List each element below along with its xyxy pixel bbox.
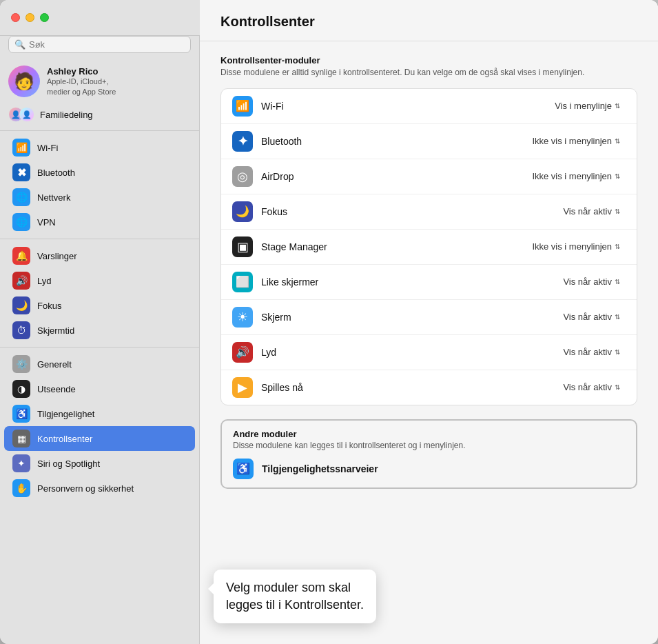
sidebar-item-lyd-label: Lyd — [37, 276, 51, 286]
sidebar-item-generelt-label: Generelt — [37, 359, 72, 370]
module-skjerm-dropdown[interactable]: Vis når aktiv ⇅ — [557, 310, 626, 324]
module-wifi-dropdown[interactable]: Vis i menylinje ⇅ — [549, 99, 626, 113]
minimize-button[interactable] — [25, 13, 34, 22]
module-spilles-na-value: Vis når aktiv — [563, 382, 612, 392]
varslinger-icon: 🔔 — [12, 247, 30, 265]
sidebar-item-utseende-label: Utseende — [37, 384, 76, 394]
module-bluetooth-value: Ikke vis i menylinjen — [532, 136, 612, 146]
sidebar-item-fokus[interactable]: 🌙 Fokus — [4, 293, 195, 318]
nettverk-icon: 🌐 — [12, 188, 30, 206]
module-lyd-icon: 🔊 — [232, 342, 253, 363]
generelt-icon: ⚙️ — [12, 355, 30, 373]
module-spilles-na-name: Spilles nå — [261, 382, 549, 393]
module-row-skjerm: ☀ Skjerm Vis når aktiv ⇅ — [221, 300, 637, 335]
sidebar-item-personvern[interactable]: ✋ Personvern og sikkerhet — [4, 476, 195, 501]
sidebar-item-kontrollsenter-label: Kontrollsenter — [37, 434, 92, 444]
divider-3 — [0, 347, 199, 348]
chevron-updown-icon: ⇅ — [615, 102, 620, 110]
sidebar-item-wifi-label: Wi-Fi — [37, 143, 58, 153]
family-sharing-row[interactable]: 👤 👤 Familiedeling — [0, 103, 199, 126]
module-airdrop-dropdown[interactable]: Ikke vis i menylinjen ⇅ — [526, 169, 626, 183]
user-profile[interactable]: 🧑 Ashley Rico Apple-ID, iCloud+,medier o… — [0, 60, 199, 103]
sidebar-item-vpn-label: VPN — [37, 217, 56, 228]
module-wifi-value: Vis i menylinje — [555, 101, 612, 111]
search-icon: 🔍 — [14, 39, 25, 50]
tilgjengelighet-icon: ♿ — [12, 405, 30, 423]
sidebar-item-vpn[interactable]: 🌐 VPN — [4, 210, 195, 234]
andre-moduler-section: Andre moduler Disse modulene kan legges … — [200, 419, 658, 503]
module-stage-manager-dropdown[interactable]: Ikke vis i menylinjen ⇅ — [526, 239, 626, 254]
chevron-updown-skjerm-icon: ⇅ — [615, 313, 620, 321]
module-lyd-dropdown[interactable]: Vis når aktiv ⇅ — [557, 345, 626, 359]
sidebar-item-kontrollsenter[interactable]: ▦ Kontrollsenter — [4, 426, 195, 451]
module-skjerm-name: Skjerm — [261, 312, 549, 323]
sidebar-item-personvern-label: Personvern og sikkerhet — [37, 483, 134, 494]
module-list: 📶 Wi-Fi Vis i menylinje ⇅ ✦ Bluetooth Ik… — [220, 88, 637, 405]
sidebar-item-wifi[interactable]: 📶 Wi-Fi — [4, 135, 195, 160]
module-wifi-name: Wi-Fi — [261, 101, 541, 112]
fokus-icon: 🌙 — [12, 296, 30, 314]
avatar: 🧑 — [8, 66, 40, 97]
sidebar-nav: 📶 Wi-Fi ✖ Bluetooth 🌐 Nettverk 🌐 VPN 🔔 — [0, 135, 199, 644]
sidebar-item-bluetooth[interactable]: ✖ Bluetooth — [4, 160, 195, 185]
chevron-updown-bluetooth-icon: ⇅ — [615, 137, 620, 145]
module-lyd-value: Vis når aktiv — [563, 347, 612, 357]
sidebar-item-skjermtid[interactable]: ⏱ Skjermtid — [4, 318, 195, 343]
module-bluetooth-dropdown[interactable]: Ikke vis i menylinjen ⇅ — [526, 134, 626, 148]
utseende-icon: ◑ — [12, 380, 30, 398]
module-spilles-na-icon: ▶ — [232, 377, 253, 398]
user-subtitle: Apple-ID, iCloud+,medier og App Store — [47, 77, 116, 97]
divider-2 — [0, 239, 199, 239]
sidebar-item-utseende[interactable]: ◑ Utseende — [4, 376, 195, 401]
kontrollsenter-icon: ▦ — [12, 430, 30, 447]
tilgjengelighetssnarveier-name: Tilgjengelighetssnarveier — [262, 463, 378, 474]
module-airdrop-value: Ikke vis i menylinjen — [532, 171, 612, 181]
family-avatars: 👤 👤 — [8, 107, 34, 122]
personvern-icon: ✋ — [12, 479, 30, 497]
sidebar-item-nettverk[interactable]: 🌐 Nettverk — [4, 185, 195, 210]
module-row-fokus: 🌙 Fokus Vis når aktiv ⇅ — [221, 194, 637, 230]
andre-container: Andre moduler Disse modulene kan legges … — [220, 419, 637, 489]
family-avatar-2: 👤 — [19, 107, 34, 122]
module-airdrop-name: AirDrop — [261, 171, 518, 182]
module-fokus-name: Fokus — [261, 206, 549, 217]
maximize-button[interactable] — [40, 13, 49, 22]
module-bluetooth-name: Bluetooth — [261, 136, 518, 147]
tilgjengelighetssnarveier-icon: ♿ — [233, 459, 254, 479]
bluetooth-icon: ✖ — [12, 163, 30, 181]
module-skjerm-icon: ☀ — [232, 307, 253, 328]
kontrollsenter-moduler-subtitle: Disse modulene er alltid synlige i kontr… — [220, 67, 637, 79]
module-like-skjermer-value: Vis når aktiv — [563, 276, 612, 287]
sidebar-item-generelt[interactable]: ⚙️ Generelt — [4, 352, 195, 376]
module-like-skjermer-dropdown[interactable]: Vis når aktiv ⇅ — [557, 274, 626, 289]
close-button[interactable] — [11, 13, 20, 22]
sidebar-item-tilgjengelighet[interactable]: ♿ Tilgjengelighet — [4, 401, 195, 426]
search-box[interactable]: 🔍 — [8, 36, 191, 53]
sidebar-item-varslinger-label: Varslinger — [37, 251, 77, 261]
module-stage-manager-icon: ▣ — [232, 237, 253, 257]
divider-1 — [0, 130, 199, 131]
module-row-spilles-na: ▶ Spilles nå Vis når aktiv ⇅ — [221, 370, 637, 405]
user-name: Ashley Rico — [47, 66, 116, 77]
chevron-updown-like-skjermer-icon: ⇅ — [615, 278, 620, 285]
search-input[interactable] — [29, 39, 185, 50]
titlebar — [0, 0, 200, 36]
tooltip-text: Velg moduler som skallegges til i Kontro… — [226, 581, 364, 612]
andre-moduler-subtitle: Disse modulene kan legges til i kontroll… — [233, 441, 625, 450]
module-row-bluetooth: ✦ Bluetooth Ikke vis i menylinjen ⇅ — [221, 124, 637, 159]
kontrollsenter-moduler-title: Kontrollsenter-moduler — [220, 55, 637, 66]
module-like-skjermer-name: Like skjermer — [261, 276, 549, 288]
main-content: Kontrollsenter Kontrollsenter-moduler Di… — [200, 0, 658, 644]
page-title: Kontrollsenter — [220, 14, 315, 29]
module-stage-manager-name: Stage Manager — [261, 241, 518, 252]
siri-icon: ✦ — [12, 454, 30, 472]
sidebar-item-varslinger[interactable]: 🔔 Varslinger — [4, 243, 195, 268]
module-spilles-na-dropdown[interactable]: Vis når aktiv ⇅ — [557, 380, 626, 394]
skjermtid-icon: ⏱ — [12, 321, 30, 339]
module-fokus-dropdown[interactable]: Vis når aktiv ⇅ — [557, 204, 626, 219]
main-header: Kontrollsenter — [200, 0, 658, 41]
sidebar-item-lyd[interactable]: 🔊 Lyd — [4, 268, 195, 293]
andre-moduler-title: Andre moduler — [233, 429, 625, 439]
sidebar-item-siri[interactable]: ✦ Siri og Spotlight — [4, 451, 195, 476]
app-window: 🔍 🧑 Ashley Rico Apple-ID, iCloud+,medier… — [0, 0, 658, 644]
